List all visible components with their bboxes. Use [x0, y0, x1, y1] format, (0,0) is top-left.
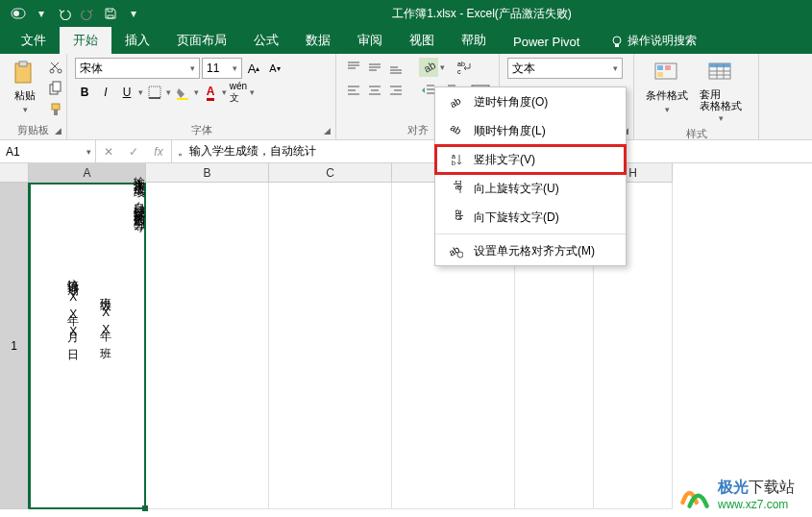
tab-formulas[interactable]: 公式	[240, 27, 292, 54]
orientation-item-label: 向下旋转文字(D)	[474, 209, 559, 226]
column-header-B[interactable]: B	[146, 163, 269, 183]
wrap-icon: abc	[456, 60, 476, 75]
font-name-value: 宋体	[80, 61, 103, 77]
format-as-table-button[interactable]: 套用 表格格式 ▾	[696, 58, 746, 125]
tab-file[interactable]: 文件	[8, 27, 60, 54]
orientation-item-label: 竖排文字(V)	[474, 152, 535, 168]
menu-separator	[435, 234, 626, 234]
tab-insert[interactable]: 插入	[111, 27, 163, 54]
formula-bar: A1 ▾ ✕ ✓ fx 。输入学生成绩，自动统计	[0, 140, 812, 163]
column-header-C[interactable]: C	[269, 163, 392, 183]
wrap-text-button[interactable]: abc	[456, 58, 476, 77]
orientation-item-fmt[interactable]: ab设置单元格对齐方式(M)	[435, 236, 626, 265]
tab-powerpivot[interactable]: Power Pivot	[500, 30, 593, 54]
format-painter-button[interactable]	[46, 100, 65, 119]
increase-font-button[interactable]: A▴	[244, 59, 263, 78]
qat-dropdown[interactable]: ▾	[31, 3, 52, 24]
paste-icon	[12, 60, 38, 86]
font-dialog-launcher[interactable]: ◢	[320, 124, 333, 137]
ribbon-tabs: 文件 开始 插入 页面布局 公式 数据 审阅 视图 帮助 Power Pivot…	[0, 27, 812, 54]
underline-button[interactable]: U	[117, 83, 136, 102]
ccw-icon: ab	[447, 93, 464, 111]
svg-rect-12	[149, 86, 160, 98]
group-clipboard: 粘贴 ▾ 剪贴板 ◢	[0, 54, 67, 139]
align-center-button[interactable]	[365, 81, 384, 100]
align-middle-button[interactable]	[365, 58, 384, 77]
align-bottom-button[interactable]	[386, 58, 406, 77]
cut-button[interactable]	[46, 58, 65, 77]
font-size-combo[interactable]: 11▾	[202, 58, 242, 79]
number-format-combo[interactable]: 文本▾	[507, 58, 623, 79]
svg-text:a: a	[452, 153, 455, 160]
tab-review[interactable]: 审阅	[344, 27, 396, 54]
styles-group-label: 样式	[642, 125, 750, 141]
undo-button[interactable]	[54, 3, 75, 24]
bucket-icon	[175, 85, 190, 100]
insert-function-button[interactable]: fx	[146, 145, 171, 159]
svg-rect-51	[657, 72, 663, 77]
column-header-A[interactable]: A	[29, 163, 146, 183]
cell-A1[interactable]	[29, 183, 146, 509]
cancel-formula-button[interactable]: ✕	[96, 145, 121, 159]
row-header-1[interactable]: 1	[0, 183, 29, 509]
tell-me-search[interactable]: 操作说明搜索	[601, 28, 706, 54]
tell-me-label: 操作说明搜索	[627, 33, 697, 49]
cell-B1[interactable]	[146, 183, 269, 509]
name-box[interactable]: A1 ▾	[0, 140, 96, 162]
svg-rect-10	[52, 104, 60, 110]
cell-C1[interactable]	[269, 183, 392, 509]
svg-text:ab: ab	[448, 244, 461, 258]
chevron-down-icon: ▾	[190, 63, 195, 73]
orientation-item-ccw[interactable]: ab逆时针角度(O)	[435, 87, 626, 116]
svg-text:ab: ab	[422, 60, 436, 75]
font-name-combo[interactable]: 宋体▾	[75, 58, 200, 79]
orientation-item-up[interactable]: ab向上旋转文字(U)	[435, 174, 626, 203]
tab-pagelayout[interactable]: 页面布局	[163, 27, 240, 54]
align-left-button[interactable]	[344, 81, 363, 100]
tab-home[interactable]: 开始	[60, 27, 111, 54]
conditional-formatting-button[interactable]: 条件格式 ▾	[642, 58, 692, 116]
copy-icon	[48, 81, 63, 96]
phonetic-button[interactable]: wén文	[229, 83, 248, 102]
orientation-button[interactable]: ab	[419, 58, 438, 77]
fill-color-button[interactable]	[173, 83, 192, 102]
align-right-button[interactable]	[386, 81, 406, 100]
table-format-label: 套用 表格格式	[700, 88, 742, 111]
brush-icon	[48, 102, 63, 117]
italic-button[interactable]: I	[96, 83, 115, 102]
paste-button[interactable]: 粘贴 ▾	[8, 58, 42, 116]
orientation-item-down[interactable]: ab向下旋转文字(D)	[435, 203, 626, 232]
copy-button[interactable]	[46, 79, 65, 98]
tab-data[interactable]: 数据	[292, 27, 344, 54]
svg-rect-3	[615, 44, 619, 47]
orientation-item-label: 逆时针角度(O)	[474, 94, 548, 111]
cond-format-label: 条件格式	[646, 88, 688, 103]
tab-help[interactable]: 帮助	[448, 27, 500, 54]
vert-icon: ab	[447, 151, 464, 168]
orientation-item-cw[interactable]: ab顺时针角度(L)	[435, 116, 626, 145]
tab-view[interactable]: 视图	[396, 27, 448, 54]
bold-button[interactable]: B	[75, 83, 94, 102]
border-button[interactable]	[145, 83, 164, 102]
align-top-icon	[346, 60, 361, 75]
enter-formula-button[interactable]: ✓	[121, 145, 146, 159]
qat-customize[interactable]: ▾	[123, 3, 144, 24]
svg-rect-53	[709, 63, 730, 67]
select-all-corner[interactable]	[0, 163, 29, 183]
font-color-button[interactable]: A	[201, 83, 220, 102]
worksheet-grid[interactable]: ABCDGH 1 输入学生成绩，自动统计学科的平均分等 班级：X年X班 统计日期…	[0, 163, 812, 517]
redo-button[interactable]	[77, 3, 98, 24]
orientation-item-vert[interactable]: ab竖排文字(V)	[435, 145, 626, 174]
watermark-suffix: 下载站	[749, 479, 795, 495]
number-format-value: 文本	[512, 61, 535, 77]
align-top-button[interactable]	[344, 58, 363, 77]
decrease-font-button[interactable]: A▾	[265, 59, 284, 78]
autosave-toggle[interactable]	[8, 3, 29, 24]
orientation-icon: ab	[421, 60, 436, 75]
watermark-logo-icon	[677, 477, 712, 511]
group-styles: 条件格式 ▾ 套用 表格格式 ▾ 样式	[634, 54, 759, 139]
orientation-menu: ab逆时针角度(O)ab顺时针角度(L)ab竖排文字(V)ab向上旋转文字(U)…	[434, 86, 627, 266]
save-button[interactable]	[100, 3, 121, 24]
clipboard-dialog-launcher[interactable]: ◢	[51, 124, 64, 137]
up-icon: ab	[447, 180, 464, 197]
